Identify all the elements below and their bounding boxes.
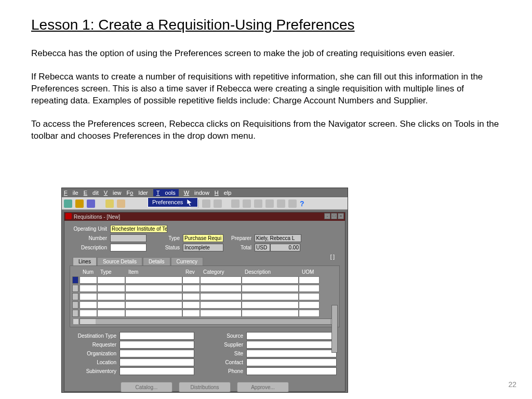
field-status: Incomplete bbox=[183, 244, 223, 251]
field-site[interactable] bbox=[246, 350, 337, 357]
tab-source-details[interactable]: Source Details bbox=[97, 257, 142, 265]
distributions-button[interactable]: Distributions bbox=[179, 382, 231, 392]
maximize-icon[interactable]: □ bbox=[331, 213, 337, 219]
tool-icon[interactable] bbox=[202, 200, 210, 208]
menu-file[interactable]: File bbox=[64, 190, 78, 196]
field-type[interactable]: Purchase Requi bbox=[183, 234, 223, 242]
tool-icon[interactable] bbox=[277, 200, 285, 208]
menu-help[interactable]: Help bbox=[215, 190, 232, 196]
tool-icon[interactable] bbox=[265, 200, 274, 208]
flex-bracket[interactable]: [ ] bbox=[330, 254, 335, 260]
tool-icon[interactable] bbox=[87, 200, 95, 208]
cell[interactable] bbox=[182, 276, 200, 284]
field-total-amount: 0.00 bbox=[270, 244, 300, 251]
catalog-button[interactable]: Catalog... bbox=[121, 382, 172, 392]
tool-icon[interactable] bbox=[243, 200, 251, 208]
label-requester: Requester bbox=[73, 342, 119, 348]
tab-details[interactable]: Details bbox=[143, 257, 170, 265]
label-supplier: Supplier bbox=[215, 342, 246, 348]
label-subinventory: Subinventory bbox=[73, 368, 119, 374]
table-row[interactable] bbox=[72, 301, 337, 309]
menu-view[interactable]: View bbox=[104, 190, 122, 196]
menu-edit[interactable]: Edit bbox=[84, 190, 99, 196]
field-preparer: Kiely, Rebecca L bbox=[255, 234, 301, 242]
page-title: Lesson 1: Create a Requisition-Using Pre… bbox=[31, 17, 501, 33]
col-description: Description bbox=[244, 269, 301, 275]
field-number[interactable] bbox=[110, 234, 147, 242]
tab-strip: Lines Source Details Details Currency bbox=[73, 257, 345, 265]
close-icon[interactable]: × bbox=[338, 213, 344, 219]
field-contact[interactable] bbox=[246, 358, 337, 366]
cell[interactable] bbox=[97, 276, 125, 284]
scrollbar-horizontal[interactable] bbox=[79, 318, 337, 325]
field-operating-unit[interactable]: Rochester Institute of Te bbox=[110, 225, 167, 233]
field-subinventory[interactable] bbox=[119, 367, 194, 375]
menu-item-preferences[interactable]: Preferences bbox=[152, 199, 183, 205]
tool-icon[interactable] bbox=[254, 200, 262, 208]
cell[interactable] bbox=[79, 276, 97, 284]
tab-currency[interactable]: Currency bbox=[171, 257, 204, 265]
label-site: Site bbox=[215, 351, 246, 356]
cell[interactable] bbox=[242, 276, 299, 284]
label-operating-unit: Operating Unit bbox=[69, 226, 110, 232]
cell[interactable] bbox=[125, 276, 182, 284]
tool-icon[interactable] bbox=[231, 200, 240, 208]
field-location[interactable] bbox=[119, 358, 194, 366]
scrollbar-vertical[interactable] bbox=[331, 305, 338, 353]
tool-icon[interactable] bbox=[214, 200, 222, 208]
tab-lines[interactable]: Lines bbox=[73, 257, 97, 265]
lines-grid: Num Type Item Rev Category Description U… bbox=[70, 265, 340, 327]
field-total-currency: USD bbox=[255, 244, 270, 251]
tools-dropdown[interactable]: Preferences bbox=[148, 197, 198, 207]
label-preparer: Preparer bbox=[223, 235, 255, 241]
label-destination-type: Destination Type bbox=[73, 333, 119, 339]
cell[interactable] bbox=[200, 276, 242, 284]
menubar[interactable]: File Edit View Folder Tools Window Help bbox=[62, 188, 348, 197]
paragraph-1: Rebecca has the option of using the Pref… bbox=[31, 48, 501, 60]
help-icon[interactable]: ? bbox=[300, 200, 304, 208]
tool-icon[interactable] bbox=[288, 200, 297, 208]
app-window: File Edit View Folder Tools Window Help … bbox=[61, 188, 348, 393]
table-row[interactable] bbox=[72, 284, 337, 292]
row-selector[interactable] bbox=[72, 276, 78, 284]
menu-window[interactable]: Window bbox=[184, 190, 209, 196]
menu-folder[interactable]: Folder bbox=[127, 190, 148, 196]
table-row[interactable] bbox=[72, 292, 337, 301]
field-organization[interactable] bbox=[119, 350, 194, 357]
field-requester[interactable] bbox=[119, 341, 194, 349]
label-type: Type bbox=[147, 235, 183, 241]
tool-icon[interactable] bbox=[105, 200, 114, 208]
label-status: Status bbox=[147, 245, 183, 250]
minimize-icon[interactable]: - bbox=[324, 213, 330, 219]
page-number: 22 bbox=[508, 380, 516, 389]
field-description[interactable] bbox=[110, 244, 147, 251]
col-rev: Rev bbox=[184, 269, 202, 275]
label-phone: Phone bbox=[215, 368, 246, 374]
label-total: Total bbox=[223, 245, 255, 250]
label-number: Number bbox=[69, 235, 110, 241]
field-phone[interactable] bbox=[246, 367, 337, 375]
subwindow-title: Requisitions - [New] bbox=[74, 214, 120, 220]
col-category: Category bbox=[202, 269, 244, 275]
app-icon bbox=[65, 213, 72, 219]
tool-icon[interactable] bbox=[75, 200, 84, 208]
cell[interactable] bbox=[299, 276, 320, 284]
requisitions-window: Requisitions - [New] - □ × Operating Uni… bbox=[64, 212, 345, 392]
label-organization: Organization bbox=[73, 351, 119, 356]
cursor-icon bbox=[187, 200, 193, 206]
tool-icon[interactable] bbox=[64, 200, 72, 208]
field-supplier[interactable] bbox=[246, 341, 337, 349]
field-source[interactable] bbox=[246, 332, 337, 340]
menu-tools[interactable]: Tools bbox=[153, 189, 179, 196]
label-source: Source bbox=[215, 333, 246, 339]
col-item: Item bbox=[127, 269, 184, 275]
paragraph-2: If Rebecca wants to create a number of r… bbox=[31, 71, 501, 107]
field-destination-type[interactable] bbox=[119, 332, 194, 340]
table-row[interactable] bbox=[72, 276, 337, 284]
approve-button[interactable]: Approve... bbox=[237, 382, 289, 392]
col-uom: UOM bbox=[301, 269, 318, 275]
table-row[interactable] bbox=[72, 309, 337, 317]
label-description: Description bbox=[69, 245, 110, 250]
tool-icon[interactable] bbox=[117, 200, 125, 208]
col-num: Num bbox=[82, 269, 99, 275]
